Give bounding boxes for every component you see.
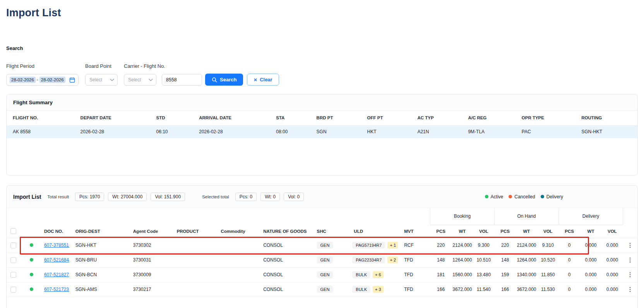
cell-agent-code: 3730031	[127, 253, 171, 267]
column-header: PCS	[430, 225, 451, 238]
board-point-placeholder: Select	[89, 77, 102, 83]
kebab-menu-icon[interactable]: ⋮	[627, 256, 633, 263]
cell-brd-pt: SGN	[310, 125, 361, 138]
total-wt-badge: Wt: 27004.000	[108, 193, 147, 201]
cell-agent-code: 3730009	[127, 267, 171, 282]
cell-booking-wt: 1264.000	[452, 253, 473, 267]
cell-uld: PAG22334R7+ 2	[348, 253, 398, 267]
uld-count-badge[interactable]: + 3	[373, 286, 384, 293]
row-checkbox[interactable]	[10, 272, 16, 278]
row-checkbox[interactable]	[10, 287, 16, 293]
cell-product	[171, 253, 215, 267]
column-header: DOC NO.	[38, 225, 69, 238]
table-row[interactable]: 607-52182782 SGN-BCN 3730009 CONSOL GEN …	[7, 267, 637, 282]
cell-commodity	[215, 282, 257, 297]
column-header: Commodity	[215, 225, 257, 238]
column-header-row: DOC NO. ORIG-DEST Agent Code PRODUCT Com…	[7, 225, 637, 238]
cell-onhand-wt: 1264.000	[516, 253, 537, 267]
cell-ac-reg: 9M-TLA	[462, 125, 515, 138]
cell-orig-dest: SGN-BRU	[69, 253, 127, 267]
board-point-select[interactable]: Select	[85, 74, 118, 86]
doc-no-link[interactable]: 607-52182782	[44, 272, 69, 277]
cell-nature-of-goods: CONSOL	[257, 253, 310, 267]
column-header: VOL	[601, 225, 623, 238]
cell-shc: GEN	[311, 267, 348, 282]
flight-summary-card: Flight Summary FLIGHT NO. DEPART DATE ST…	[6, 94, 638, 176]
group-header-spacer	[7, 208, 430, 225]
cell-onhand-pcs: 166	[494, 282, 516, 297]
selected-wt-badge: Wt: 0	[260, 193, 280, 201]
cell-booking-vol: 10.510	[473, 253, 494, 267]
doc-no-link[interactable]: 607-37855156	[44, 243, 69, 248]
selected-vol-badge: Vol: 0	[284, 193, 304, 201]
flight-period-input[interactable]: 28-02-2026 - 28-02-2026	[6, 74, 79, 86]
cell-booking-wt: 1560.000	[452, 267, 473, 282]
cell-checkbox	[7, 238, 26, 253]
cell-delivery-pcs: 0	[558, 267, 580, 282]
flight-period-label: Flight Period	[6, 63, 79, 69]
column-header: BRD PT	[310, 111, 361, 125]
table-row[interactable]: 607-52168443 SGN-BRU 3730031 CONSOL GEN …	[7, 253, 637, 267]
kebab-menu-icon[interactable]: ⋮	[627, 286, 633, 293]
kebab-menu-icon[interactable]: ⋮	[627, 242, 633, 248]
uld-badge: BULK	[352, 286, 370, 293]
cell-doc-no: 607-52172330	[38, 282, 69, 297]
calendar-icon[interactable]	[69, 77, 75, 83]
uld-count-badge[interactable]: + 2	[387, 256, 398, 263]
table-row[interactable]: 607-37855156 SGN-HKT 3730302 CONSOL GEN …	[7, 238, 637, 253]
cell-onhand-wt: 3672.000	[516, 282, 537, 297]
cell-delivery-wt: 0.000	[580, 282, 601, 297]
cell-routing: SGN-HKT	[575, 125, 637, 138]
search-button[interactable]: Search	[205, 74, 243, 86]
shc-badge: GEN	[317, 271, 333, 278]
flight-no-input[interactable]	[162, 74, 202, 86]
carrier-flight-label: Carrier - Flight No.	[124, 63, 202, 69]
cell-onhand-vol: 9.310	[537, 238, 558, 253]
chevron-down-icon	[149, 79, 153, 81]
cell-orig-dest: SGN-AMS	[69, 282, 127, 297]
column-header: ULD	[348, 225, 398, 238]
column-header: ORIG-DEST	[69, 225, 127, 238]
doc-no-link[interactable]: 607-52172330	[44, 287, 69, 292]
legend-item-cancelled: Cancelled	[509, 194, 535, 200]
column-header: STD	[150, 111, 193, 125]
legend-item-delivery: Delivery	[541, 194, 563, 200]
search-icon	[212, 77, 217, 83]
uld-count-badge[interactable]: + 6	[373, 271, 384, 278]
flight-period-to: 28-02-2026	[39, 77, 65, 83]
column-header: ARRIVAL DATE	[193, 111, 270, 125]
clear-button[interactable]: × Clear	[247, 74, 279, 86]
legend-label: Cancelled	[514, 194, 535, 200]
uld-count-badge[interactable]: + 1	[387, 242, 398, 249]
status-dot	[30, 243, 33, 247]
cell-agent-code: 3730217	[127, 282, 171, 297]
doc-no-link[interactable]: 607-52168443	[44, 257, 69, 263]
table-row[interactable]: 607-52172330 SGN-AMS 3730217 CONSOL GEN …	[7, 282, 637, 297]
cell-booking-pcs: 220	[430, 238, 451, 253]
column-header: DEPART DATE	[74, 111, 150, 125]
cell-mvt: TFD	[398, 282, 430, 297]
cell-onhand-vol: 10.520	[537, 253, 558, 267]
cell-product	[171, 282, 215, 297]
total-result-label: Total result	[47, 194, 69, 199]
row-checkbox[interactable]	[10, 257, 16, 263]
column-header: FLIGHT NO.	[7, 111, 74, 125]
cell-product	[171, 238, 215, 253]
total-pcs-badge: Pcs: 1970	[75, 193, 104, 201]
cell-onhand-vol: 11.530	[537, 282, 558, 297]
select-all-checkbox[interactable]	[10, 228, 16, 234]
column-header: SHC	[311, 225, 348, 238]
cell-menu: ⋮	[623, 282, 638, 297]
carrier-select[interactable]: Select	[124, 74, 156, 86]
kebab-menu-icon[interactable]: ⋮	[627, 271, 633, 278]
clear-button-label: Clear	[260, 77, 272, 83]
cell-shc: GEN	[311, 253, 348, 267]
cell-menu: ⋮	[623, 238, 638, 253]
flight-summary-row[interactable]: AK 8558 2026-02-28 06:10 2026-02-28 08:0…	[7, 125, 637, 138]
column-header: PRODUCT	[171, 225, 215, 238]
cell-booking-wt: 3672.000	[452, 282, 473, 297]
cell-delivery-wt: 0.000	[580, 238, 601, 253]
row-checkbox[interactable]	[10, 243, 16, 248]
group-header-booking: Booking	[430, 208, 494, 225]
column-header: Agent Code	[127, 225, 171, 238]
